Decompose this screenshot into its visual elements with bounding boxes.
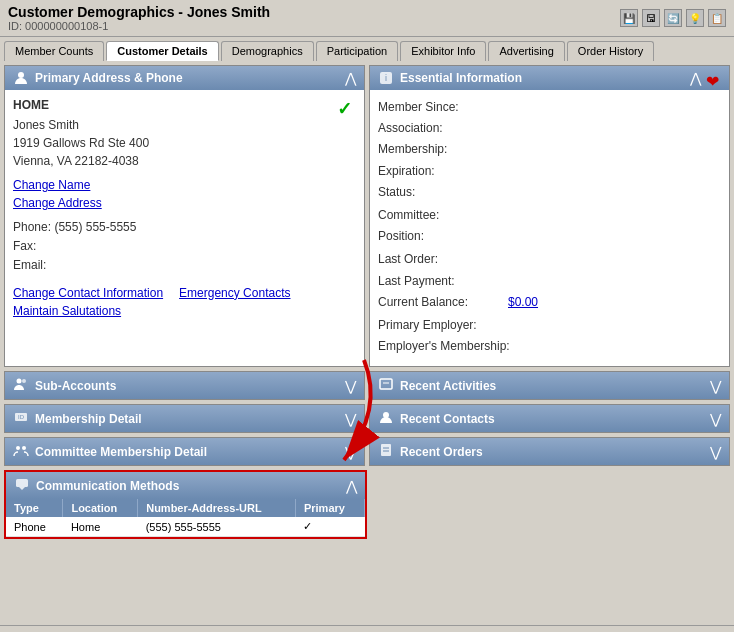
recent-contacts-panel: Recent Contacts ⋁	[369, 404, 730, 433]
main-content: Primary Address & Phone ⋀ HOME Jones Smi…	[0, 61, 734, 625]
primary-address-panel: Primary Address & Phone ⋀ HOME Jones Smi…	[4, 65, 365, 367]
membership-detail-header[interactable]: ID Membership Detail ⋁	[5, 405, 364, 432]
svg-text:i: i	[385, 73, 387, 83]
committee-membership-icon	[13, 442, 29, 461]
status-label: Status:	[378, 183, 508, 202]
emergency-contacts-link[interactable]: Emergency Contacts	[179, 286, 290, 300]
recent-orders-collapse-icon[interactable]: ⋁	[710, 444, 721, 460]
tab-bar: Member Counts Customer Details Demograph…	[0, 37, 734, 61]
current-balance-value[interactable]: $0.00	[508, 293, 538, 312]
tab-demographics[interactable]: Demographics	[221, 41, 314, 61]
comm-methods-header[interactable]: Communication Methods ⋀	[6, 472, 365, 499]
recent-contacts-header[interactable]: Recent Contacts ⋁	[370, 405, 729, 432]
footer: Customer Central	[0, 625, 734, 632]
svg-point-4	[22, 379, 26, 383]
record-id: ID: 000000000108-1	[8, 20, 270, 32]
primary-address-header[interactable]: Primary Address & Phone ⋀	[5, 66, 364, 90]
comm-methods-title: Communication Methods	[36, 479, 340, 493]
essential-info-panel: i Essential Information ❤ ⋀ Member Since…	[369, 65, 730, 367]
association-label: Association:	[378, 119, 508, 138]
tab-member-counts[interactable]: Member Counts	[4, 41, 104, 61]
save-icon[interactable]: 🖫	[642, 9, 660, 27]
current-balance-label: Current Balance:	[378, 293, 508, 312]
svg-rect-12	[381, 444, 391, 456]
comm-methods-body: Type Location Number-Address-URL Primary…	[6, 499, 365, 537]
recent-activities-collapse-icon[interactable]: ⋁	[710, 378, 721, 394]
recent-orders-title: Recent Orders	[400, 445, 704, 459]
recent-orders-icon	[378, 442, 394, 461]
lightbulb-icon[interactable]: 💡	[686, 9, 704, 27]
committee-membership-collapse-icon[interactable]: ⋁	[345, 444, 356, 460]
email-label: Email:	[13, 258, 46, 272]
member-since-label: Member Since:	[378, 98, 508, 117]
svg-point-10	[16, 446, 20, 450]
col-primary: Primary	[295, 499, 364, 517]
comm-table: Type Location Number-Address-URL Primary…	[6, 499, 365, 537]
sub-accounts-collapse-icon[interactable]: ⋁	[345, 378, 356, 394]
recent-contacts-collapse-icon[interactable]: ⋁	[710, 411, 721, 427]
address-type: HOME	[13, 98, 356, 112]
maintain-salutations-link[interactable]: Maintain Salutations	[13, 304, 121, 318]
svg-point-0	[18, 72, 24, 78]
svg-point-11	[22, 446, 26, 450]
essential-collapse-icon[interactable]: ⋀	[690, 70, 701, 86]
position-label: Position:	[378, 227, 508, 246]
address-icon	[13, 70, 29, 86]
address-name: Jones Smith	[13, 116, 356, 134]
address-panel-title: Primary Address & Phone	[35, 71, 339, 85]
membership-detail-collapse-icon[interactable]: ⋁	[345, 411, 356, 427]
svg-rect-5	[380, 379, 392, 389]
recent-activities-header[interactable]: Recent Activities ⋁	[370, 372, 729, 399]
recent-orders-header[interactable]: Recent Orders ⋁	[370, 438, 729, 465]
communication-methods-panel: Communication Methods ⋀ Type Location Nu…	[4, 470, 367, 539]
essential-panel-body: Member Since: Association: Membership: E…	[370, 90, 729, 366]
table-row: Phone Home (555) 555-5555 ✓	[6, 517, 365, 537]
address-panel-body: HOME Jones Smith 1919 Gallows Rd Ste 400…	[5, 90, 364, 326]
address-city-state: Vienna, VA 22182-4038	[13, 152, 356, 170]
essential-info-header[interactable]: i Essential Information ❤ ⋀	[370, 66, 729, 90]
address-collapse-icon[interactable]: ⋀	[345, 70, 356, 86]
sub-accounts-panel: Sub-Accounts ⋁	[4, 371, 365, 400]
tab-exhibitor-info[interactable]: Exhibitor Info	[400, 41, 486, 61]
info-icon[interactable]: 📋	[708, 9, 726, 27]
tab-order-history[interactable]: Order History	[567, 41, 654, 61]
address-verified-icon: ✓	[337, 98, 352, 120]
tab-participation[interactable]: Participation	[316, 41, 399, 61]
tab-customer-details[interactable]: Customer Details	[106, 41, 218, 61]
committee-membership-header[interactable]: Committee Membership Detail ⋁	[5, 438, 364, 465]
col-number: Number-Address-URL	[138, 499, 296, 517]
disk-icon[interactable]: 💾	[620, 9, 638, 27]
fax-label: Fax:	[13, 239, 36, 253]
recent-contacts-icon	[378, 409, 394, 428]
membership-detail-panel: ID Membership Detail ⋁	[4, 404, 365, 433]
membership-label: Membership:	[378, 140, 508, 159]
row-location: Home	[63, 517, 138, 537]
right-spacer	[371, 470, 730, 543]
row-type: Phone	[6, 517, 63, 537]
expiration-label: Expiration:	[378, 162, 508, 181]
membership-detail-icon: ID	[13, 409, 29, 428]
recent-orders-panel: Recent Orders ⋁	[369, 437, 730, 466]
sub-accounts-header[interactable]: Sub-Accounts ⋁	[5, 372, 364, 399]
change-name-link[interactable]: Change Name	[13, 178, 90, 192]
address-street: 1919 Gallows Rd Ste 400	[13, 134, 356, 152]
refresh-icon[interactable]: 🔄	[664, 9, 682, 27]
sub-accounts-title: Sub-Accounts	[35, 379, 339, 393]
sub-accounts-icon	[13, 376, 29, 395]
comm-methods-collapse-icon[interactable]: ⋀	[346, 478, 357, 494]
change-contact-link[interactable]: Change Contact Information	[13, 286, 163, 300]
title-bar: Customer Demographics - Jones Smith ID: …	[0, 0, 734, 37]
svg-text:ID: ID	[18, 414, 25, 420]
page-title: Customer Demographics - Jones Smith	[8, 4, 270, 20]
primary-employer-label: Primary Employer:	[378, 316, 508, 335]
committee-membership-panel: Committee Membership Detail ⋁	[4, 437, 365, 466]
change-address-link[interactable]: Change Address	[13, 196, 102, 210]
tab-advertising[interactable]: Advertising	[488, 41, 564, 61]
row-number: (555) 555-5555	[138, 517, 296, 537]
heart-icon: ❤	[706, 72, 719, 91]
essential-icon: i	[378, 70, 394, 86]
last-payment-label: Last Payment:	[378, 272, 508, 291]
phone-value: (555) 555-5555	[54, 220, 136, 234]
last-order-label: Last Order:	[378, 250, 508, 269]
employer-membership-label: Employer's Membership:	[378, 337, 510, 356]
